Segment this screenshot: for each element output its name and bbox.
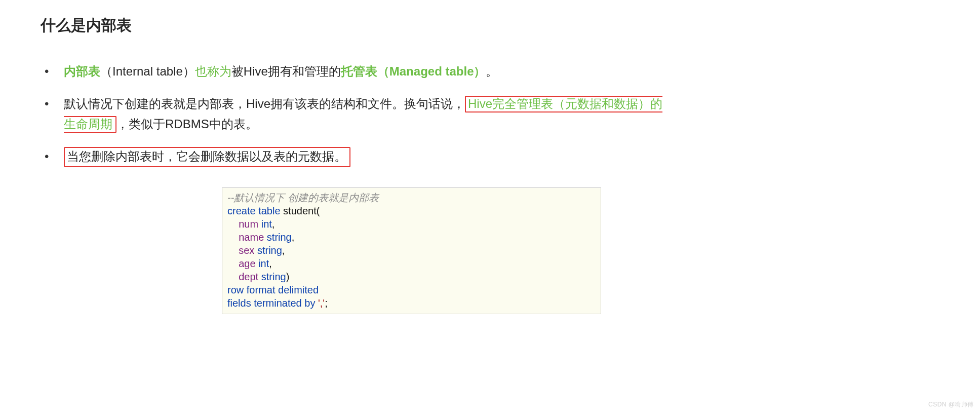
field-indent — [227, 232, 239, 243]
type-string: string — [257, 245, 282, 256]
field-num: num — [239, 218, 261, 230]
comma: , — [269, 258, 272, 269]
bullet-item-3: 当您删除内部表时，它会删除数据以及表的元数据。 — [40, 146, 940, 167]
field-dept: dept — [239, 271, 261, 282]
row-format: row format delimited — [227, 284, 319, 295]
open-paren: ( — [317, 205, 320, 216]
field-indent — [227, 271, 239, 282]
b3-boxed-text: 当您删除内部表时，它会删除数据以及表的元数据。 — [67, 149, 346, 163]
bullet-list: 内部表（Internal table）也称为被Hive拥有和管理的托管表（Man… — [0, 61, 980, 167]
b2-highlight-line1: Hive完全管理表（元数据和数据）的 — [468, 97, 662, 110]
paren-internal-table: （Internal table） — [100, 64, 195, 78]
period-1: 。 — [486, 64, 498, 78]
highlight-box-delete: 当您删除内部表时，它会删除数据以及表的元数据。 — [64, 147, 350, 167]
close-paren: ) — [286, 271, 290, 282]
comma: , — [272, 218, 275, 230]
field-indent — [227, 218, 239, 230]
type-string: string — [267, 232, 292, 243]
fields-terminated-pre: fields terminated by — [227, 297, 318, 309]
document-page: 什么是内部表 内部表（Internal table）也称为被Hive拥有和管理的… — [0, 0, 980, 412]
field-indent — [227, 258, 239, 269]
bullet-item-1: 内部表（Internal table）也称为被Hive拥有和管理的托管表（Man… — [40, 61, 940, 82]
semicolon: ; — [325, 297, 328, 309]
code-block-wrap: --默认情况下 创建的表就是内部表 create table student( … — [222, 188, 601, 314]
page-title: 什么是内部表 — [41, 15, 980, 36]
type-int: int — [261, 218, 272, 230]
code-comment: --默认情况下 创建的表就是内部表 — [227, 192, 379, 203]
type-string: string — [261, 271, 286, 282]
b2-highlight-line2: 生命周期 — [64, 117, 112, 131]
type-int: int — [258, 258, 269, 269]
bullet-item-2: 默认情况下创建的表就是内部表，Hive拥有该表的结构和文件。换句话说，Hive完… — [40, 94, 940, 134]
term-managed-table: 托管表（Managed table） — [341, 64, 486, 78]
field-name: name — [239, 232, 267, 243]
also-called: 也称为 — [195, 64, 231, 78]
kw-table: table — [258, 205, 283, 216]
field-sex: sex — [239, 245, 257, 256]
kw-create: create — [227, 205, 258, 216]
comma: , — [292, 232, 295, 243]
b2-pre-text: 默认情况下创建的表就是内部表，Hive拥有该表的结构和文件。换句话说， — [64, 97, 465, 110]
comma: , — [282, 245, 285, 256]
owned-by-hive: 被Hive拥有和管理的 — [231, 64, 341, 78]
watermark: CSDN @喻师傅 — [928, 400, 974, 409]
term-internal-table: 内部表 — [64, 64, 100, 78]
table-name: student — [283, 205, 317, 216]
fields-terminated-str: ',' — [318, 297, 325, 309]
field-indent — [227, 245, 239, 256]
b2-post-text: ，类似于RDBMS中的表。 — [116, 117, 258, 131]
sql-code-block: --默认情况下 创建的表就是内部表 create table student( … — [222, 188, 601, 314]
field-age: age — [239, 258, 258, 269]
